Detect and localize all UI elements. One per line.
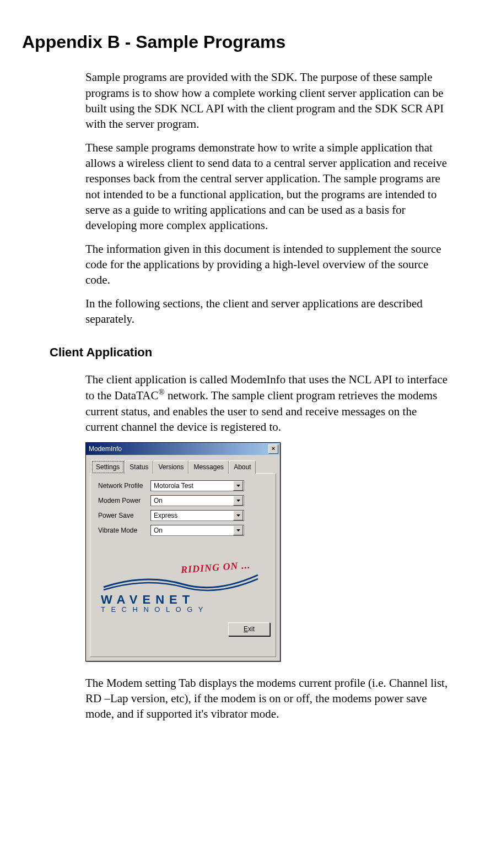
vibrate-mode-value: On <box>154 526 163 535</box>
tab-about[interactable]: About <box>229 460 256 473</box>
modem-power-select[interactable]: On <box>150 495 244 506</box>
chevron-down-icon[interactable] <box>233 496 243 506</box>
exit-button[interactable]: Exit <box>228 622 270 636</box>
exit-rest: xit <box>248 625 255 633</box>
svg-marker-2 <box>236 514 240 517</box>
tab-status[interactable]: Status <box>125 460 153 473</box>
svg-marker-1 <box>236 500 240 502</box>
close-icon[interactable]: × <box>268 444 278 454</box>
paragraph: The client application is called ModemIn… <box>85 372 450 435</box>
vibrate-mode-select[interactable]: On <box>150 525 244 536</box>
modeminfo-dialog: ModemInfo × Settings Status Versions Mes… <box>85 442 281 661</box>
chevron-down-icon[interactable] <box>233 511 243 520</box>
label-network-profile: Network Profile <box>98 481 150 490</box>
paragraph: In the following sections, the client an… <box>85 296 450 327</box>
paragraph: Sample programs are provided with the SD… <box>85 69 450 132</box>
label-power-save: Power Save <box>98 511 150 520</box>
tab-strip: Settings Status Versions Messages About <box>90 459 276 473</box>
modem-power-value: On <box>154 496 163 505</box>
dialog-title: ModemInfo <box>89 444 122 453</box>
tab-panel-settings: Network Profile Motorola Test Modem Powe… <box>90 473 276 657</box>
paragraph: The Modem setting Tab displays the modem… <box>85 675 450 722</box>
svg-marker-0 <box>236 485 240 487</box>
technology-text: TECHNOLOGY <box>101 605 209 615</box>
exit-hotkey: E <box>244 625 248 633</box>
dialog-titlebar[interactable]: ModemInfo × <box>86 443 280 455</box>
svg-marker-3 <box>236 529 240 531</box>
tab-settings[interactable]: Settings <box>91 460 125 474</box>
label-modem-power: Modem Power <box>98 496 150 505</box>
tab-versions[interactable]: Versions <box>153 460 188 473</box>
label-vibrate-mode: Vibrate Mode <box>98 526 150 535</box>
network-profile-value: Motorola Test <box>154 481 193 490</box>
registered-mark: ® <box>158 388 164 397</box>
network-profile-select[interactable]: Motorola Test <box>150 480 244 491</box>
power-save-select[interactable]: Express <box>150 510 244 521</box>
power-save-value: Express <box>154 511 177 520</box>
paragraph: These sample programs demonstrate how to… <box>85 140 450 234</box>
chevron-down-icon[interactable] <box>233 525 243 535</box>
page-title: Appendix B - Sample Programs <box>22 30 458 54</box>
section-heading: Client Application <box>50 344 458 361</box>
wavenet-logo: RIDING ON ... WAVENET TECHNOLOGY <box>98 561 270 618</box>
tab-messages[interactable]: Messages <box>188 460 229 473</box>
chevron-down-icon[interactable] <box>233 481 243 491</box>
paragraph: The information given in this document i… <box>85 241 450 288</box>
